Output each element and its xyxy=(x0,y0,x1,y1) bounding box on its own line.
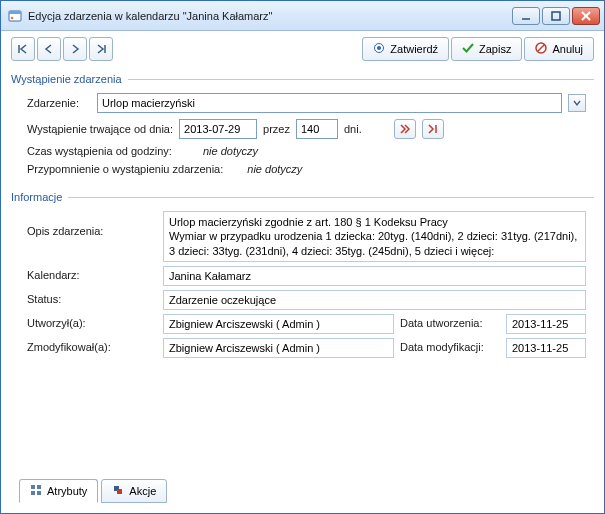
window-icon xyxy=(7,8,23,24)
svg-rect-17 xyxy=(37,491,41,495)
modified-date-value: 2013-11-25 xyxy=(506,338,586,358)
confirm-button[interactable]: Zatwierdź xyxy=(362,37,449,61)
toolbar: Zatwierdź Zapisz Anuluj xyxy=(1,31,604,67)
info-group-header: Informacje xyxy=(11,191,594,203)
calendar-value: Janina Kałamarz xyxy=(163,266,586,286)
nav-next-button[interactable] xyxy=(63,37,87,61)
window-title: Edycja zdarzenia w kalendarzu "Janina Ka… xyxy=(28,10,512,22)
days-unit: dni. xyxy=(344,123,362,135)
svg-rect-1 xyxy=(9,11,21,14)
svg-rect-4 xyxy=(552,12,560,20)
window: Edycja zdarzenia w kalendarzu "Janina Ka… xyxy=(0,0,605,514)
tab-attributes[interactable]: Atrybuty xyxy=(19,479,98,503)
save-button[interactable]: Zapisz xyxy=(451,37,522,61)
content: Wystąpienie zdarzenia Zdarzenie: Urlop m… xyxy=(1,67,604,513)
time-label: Czas wystąpienia od godziny: xyxy=(27,145,197,157)
status-label: Status: xyxy=(27,290,157,305)
nav-last-button[interactable] xyxy=(89,37,113,61)
attributes-icon xyxy=(30,484,42,498)
cancel-label: Anuluj xyxy=(552,43,583,55)
info-group: Opis zdarzenia: Urlop macierzyński zgodn… xyxy=(11,205,594,362)
created-by-label: Utworzył(a): xyxy=(27,314,157,329)
tab-actions[interactable]: Akcje xyxy=(101,479,167,503)
occurrence-group-header: Wystąpienie zdarzenia xyxy=(11,73,594,85)
event-value: Urlop macierzyński xyxy=(102,97,561,109)
occurrence-group: Zdarzenie: Urlop macierzyński Wystąpieni… xyxy=(11,87,594,185)
cancel-button[interactable]: Anuluj xyxy=(524,37,594,61)
svg-rect-14 xyxy=(31,485,35,489)
date-next-button[interactable] xyxy=(394,119,416,139)
desc-value: Urlop macierzyński zgodnie z art. 180 § … xyxy=(163,211,586,262)
svg-rect-16 xyxy=(31,491,35,495)
check-icon xyxy=(462,42,474,56)
svg-rect-19 xyxy=(117,489,122,494)
tab-actions-label: Akcje xyxy=(129,485,156,497)
titlebar: Edycja zdarzenia w kalendarzu "Janina Ka… xyxy=(1,1,604,31)
minimize-button[interactable] xyxy=(512,7,540,25)
confirm-label: Zatwierdź xyxy=(390,43,438,55)
time-value: nie dotyczy xyxy=(203,145,258,157)
info-title: Informacje xyxy=(11,191,62,203)
maximize-button[interactable] xyxy=(542,7,570,25)
nav-first-button[interactable] xyxy=(11,37,35,61)
from-date-input[interactable] xyxy=(179,119,257,139)
created-by-value: Zbigniew Arciszewski ( Admin ) xyxy=(163,314,394,334)
svg-point-2 xyxy=(11,16,14,19)
bottom-tabs: Atrybuty Akcje xyxy=(11,479,594,503)
event-combo-dropdown[interactable] xyxy=(568,94,586,112)
through-label: przez xyxy=(263,123,290,135)
stop-icon xyxy=(535,42,547,56)
modified-date-label: Data modyfikacji: xyxy=(400,338,500,353)
days-input[interactable] xyxy=(296,119,338,139)
event-label: Zdarzenie: xyxy=(27,97,91,109)
tab-attributes-label: Atrybuty xyxy=(47,485,87,497)
created-date-label: Data utworzenia: xyxy=(400,314,500,329)
modified-by-label: Zmodyfikował(a): xyxy=(27,338,157,353)
actions-icon xyxy=(112,484,124,498)
status-value: Zdarzenie oczekujące xyxy=(163,290,586,310)
reminder-value: nie dotyczy xyxy=(247,163,302,175)
save-label: Zapisz xyxy=(479,43,511,55)
reminder-label: Przypomnienie o wystąpieniu zdarzenia: xyxy=(27,163,223,175)
record-icon xyxy=(373,42,385,56)
close-button[interactable] xyxy=(572,7,600,25)
svg-point-10 xyxy=(377,46,381,50)
svg-rect-15 xyxy=(37,485,41,489)
modified-by-value: Zbigniew Arciszewski ( Admin ) xyxy=(163,338,394,358)
created-date-value: 2013-11-25 xyxy=(506,314,586,334)
from-label: Wystąpienie trwające od dnia: xyxy=(27,123,173,135)
date-last-button[interactable] xyxy=(422,119,444,139)
occurrence-title: Wystąpienie zdarzenia xyxy=(11,73,122,85)
desc-label: Opis zdarzenia: xyxy=(27,211,157,237)
window-buttons xyxy=(512,7,600,25)
nav-prev-button[interactable] xyxy=(37,37,61,61)
calendar-label: Kalendarz: xyxy=(27,266,157,281)
event-combo[interactable]: Urlop macierzyński xyxy=(97,93,562,113)
